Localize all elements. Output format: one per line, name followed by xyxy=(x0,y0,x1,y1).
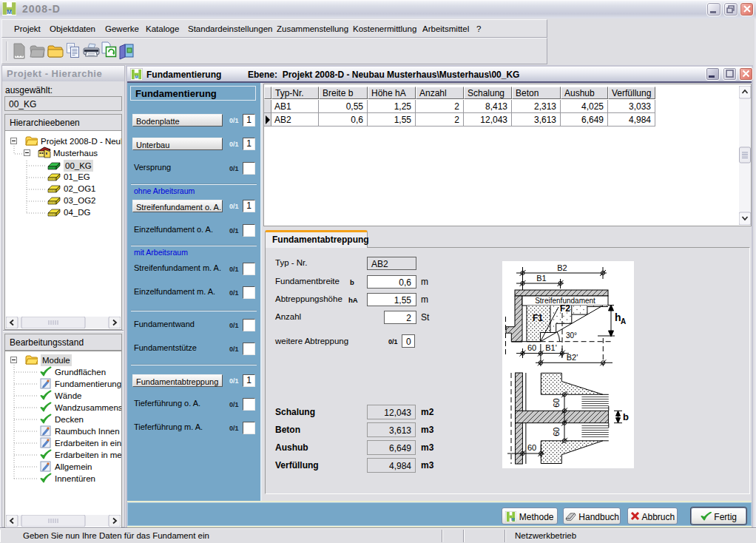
svg-text:M: M xyxy=(7,8,12,16)
svg-text:F1: F1 xyxy=(533,313,543,323)
svg-text:A: A xyxy=(621,317,626,326)
svg-text:B2': B2' xyxy=(567,353,578,362)
svg-text:b: b xyxy=(623,411,629,422)
svg-text:60: 60 xyxy=(527,443,536,452)
svg-text:60: 60 xyxy=(527,343,536,352)
svg-text:B1: B1 xyxy=(536,274,546,283)
svg-text:60: 60 xyxy=(552,398,561,407)
svg-text:F2: F2 xyxy=(560,303,570,314)
svg-text:M: M xyxy=(511,517,515,522)
svg-text:30°: 30° xyxy=(566,331,577,340)
svg-text:B1': B1' xyxy=(545,343,557,352)
svg-text:60: 60 xyxy=(552,428,561,436)
svg-text:B2: B2 xyxy=(557,263,567,272)
svg-text:M: M xyxy=(135,75,138,79)
